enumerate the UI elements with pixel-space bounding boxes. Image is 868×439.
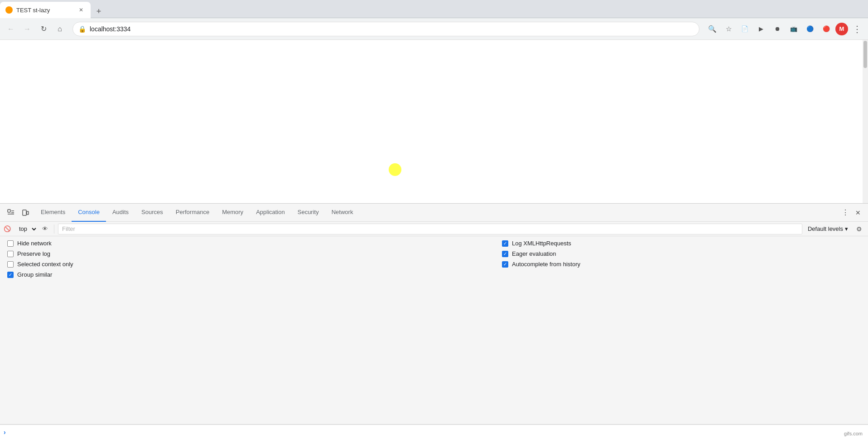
forward-button[interactable]: →: [20, 22, 34, 36]
active-tab[interactable]: TEST st-lazy ✕: [0, 2, 91, 18]
tab-security[interactable]: Security: [291, 204, 325, 222]
log-levels-dropdown[interactable]: Default levels ▾: [804, 225, 852, 232]
page-content: [0, 40, 868, 203]
back-button[interactable]: ←: [4, 22, 18, 36]
console-settings-panel: Hide network Preserve log Selected conte…: [0, 236, 868, 424]
tab-title: TEST st-lazy: [16, 7, 73, 14]
tab-memory[interactable]: Memory: [216, 204, 250, 222]
more-tabs-icon[interactable]: ⋮: [839, 206, 852, 219]
separator: [54, 224, 54, 234]
watermark: gifs.com: [842, 430, 864, 437]
devtools-toolbar-icons: [2, 206, 34, 219]
tab-performance[interactable]: Performance: [169, 204, 216, 222]
devtools-panel: Elements Console Audits Sources Performa…: [0, 203, 868, 439]
clear-console-icon[interactable]: 🚫: [2, 224, 13, 234]
device-toolbar-icon[interactable]: [19, 206, 32, 219]
tab-audits[interactable]: Audits: [106, 204, 135, 222]
bookmark-icon[interactable]: ☆: [721, 22, 736, 36]
scrollbar-thumb[interactable]: [863, 41, 867, 68]
ext-icon-6[interactable]: 🔴: [819, 22, 834, 36]
svg-rect-0: [8, 210, 10, 212]
ext-icon-2[interactable]: ▶: [754, 22, 768, 36]
browser-frame: TEST st-lazy ✕ + ← → ↻ ⌂ 🔒 localhost:333…: [0, 0, 868, 439]
console-input-area: ›: [0, 424, 868, 439]
cursor-indicator: [389, 163, 401, 176]
inspect-element-icon[interactable]: [5, 206, 17, 219]
settings-row: Hide network Preserve log Selected conte…: [7, 240, 861, 278]
preserve-log-checkbox[interactable]: [7, 251, 14, 257]
search-icon[interactable]: 🔍: [705, 22, 719, 36]
context-selector[interactable]: top: [14, 224, 38, 234]
setting-hide-network: Hide network: [7, 240, 366, 247]
setting-group-similar: Group similar: [7, 271, 366, 278]
settings-right-column: Log XMLHttpRequests Eager evaluation Aut…: [366, 240, 861, 278]
new-tab-button[interactable]: +: [92, 5, 105, 18]
setting-preserve-log: Preserve log: [7, 250, 366, 257]
url-text: localhost:3334: [90, 25, 694, 33]
svg-rect-1: [23, 210, 26, 215]
tab-sources[interactable]: Sources: [135, 204, 169, 222]
devtools-tabs: Elements Console Audits Sources Performa…: [34, 204, 839, 222]
navigation-bar: ← → ↻ ⌂ 🔒 localhost:3334 🔍 ☆ 📄 ▶ ⏺ 📺 🔵 🔴…: [0, 18, 868, 40]
setting-autocomplete: Autocomplete from history: [502, 261, 861, 268]
log-xmlhttp-checkbox[interactable]: [502, 240, 508, 247]
tab-network[interactable]: Network: [325, 204, 360, 222]
ext-icon-5[interactable]: 🔵: [803, 22, 817, 36]
eager-eval-checkbox[interactable]: [502, 251, 508, 257]
reload-button[interactable]: ↻: [36, 22, 51, 36]
page-scrollbar[interactable]: [863, 40, 868, 203]
group-similar-checkbox[interactable]: [7, 272, 14, 278]
tab-console[interactable]: Console: [72, 204, 106, 222]
setting-selected-context: Selected context only: [7, 261, 366, 268]
selected-context-checkbox[interactable]: [7, 261, 14, 268]
console-input[interactable]: [9, 429, 864, 435]
ext-icon-4[interactable]: 📺: [786, 22, 801, 36]
setting-eager-eval: Eager evaluation: [502, 250, 861, 257]
hide-network-checkbox[interactable]: [7, 240, 14, 247]
chevron-down-icon: ▾: [845, 225, 848, 232]
devtools-header: Elements Console Audits Sources Performa…: [0, 204, 868, 222]
console-settings-icon[interactable]: ⚙: [854, 224, 864, 234]
tab-elements[interactable]: Elements: [34, 204, 72, 222]
user-avatar[interactable]: M: [835, 23, 848, 35]
tab-favicon: [5, 6, 13, 14]
nav-right-buttons: 🔍 ☆ 📄 ▶ ⏺ 📺 🔵 🔴 M ⋮: [705, 22, 864, 36]
tab-application[interactable]: Application: [250, 204, 291, 222]
home-button[interactable]: ⌂: [53, 22, 67, 36]
console-toolbar: 🚫 top 👁 Default levels ▾ ⚙: [0, 222, 868, 236]
ext-icon-1[interactable]: 📄: [738, 22, 752, 36]
console-prompt: ›: [4, 429, 6, 436]
more-options-icon[interactable]: ⋮: [850, 22, 864, 36]
lock-icon: 🔒: [78, 25, 86, 33]
tab-bar: TEST st-lazy ✕ +: [0, 0, 868, 18]
settings-left-column: Hide network Preserve log Selected conte…: [7, 240, 366, 278]
svg-rect-2: [27, 211, 29, 215]
filter-input[interactable]: [58, 224, 802, 234]
eye-icon[interactable]: 👁: [39, 224, 50, 234]
setting-log-xmlhttp: Log XMLHttpRequests: [502, 240, 861, 247]
ext-icon-3[interactable]: ⏺: [770, 22, 785, 36]
tab-close-button[interactable]: ✕: [77, 6, 85, 14]
address-bar[interactable]: 🔒 localhost:3334: [72, 22, 699, 36]
autocomplete-checkbox[interactable]: [502, 261, 508, 268]
close-devtools-icon[interactable]: ✕: [852, 206, 864, 219]
